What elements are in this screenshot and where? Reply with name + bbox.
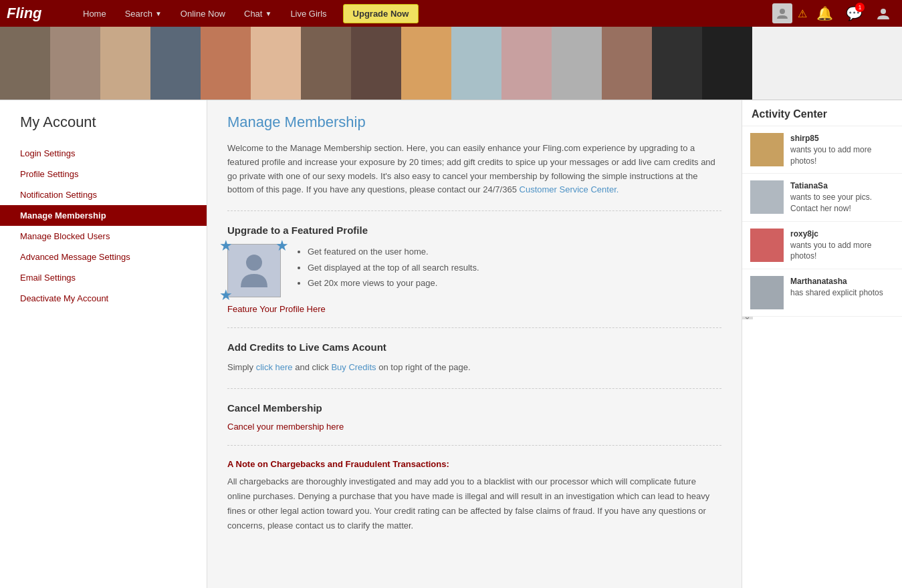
activity-item-1: shirp85 wants you to add more photos! xyxy=(742,126,902,174)
navbar: Fling Home Search▼ Online Now Chat▼ Live… xyxy=(0,0,902,27)
photo-thumb[interactable] xyxy=(602,27,652,100)
feature-text-1: Get featured on the user home. xyxy=(308,247,429,257)
page-title: Manage Membership xyxy=(227,114,721,131)
activity-message-1: wants you to add more photos! xyxy=(790,145,871,166)
star-bottom-icon: ★ xyxy=(219,287,233,304)
sidebar-item-email[interactable]: Email Settings xyxy=(20,267,187,288)
photo-thumb[interactable] xyxy=(251,27,301,100)
activity-username-3[interactable]: roxy8jc xyxy=(790,229,818,239)
photo-thumb[interactable] xyxy=(301,27,351,100)
activity-item-4: Marthanatasha has shared explicit photos xyxy=(742,269,902,317)
activity-avatar-2[interactable] xyxy=(750,180,784,214)
featured-section-title: Upgrade to a Featured Profile xyxy=(227,225,721,236)
sidebar-link-advanced[interactable]: Advanced Message Settings xyxy=(20,252,130,262)
profile-icon[interactable] xyxy=(772,3,792,23)
activity-text-1: shirp85 wants you to add more photos! xyxy=(790,133,894,166)
sidebar-link-deactivate[interactable]: Deactivate My Account xyxy=(20,293,108,303)
upgrade-button[interactable]: Upgrade Now xyxy=(343,4,419,23)
feature-item-3: Get 20x more views to your page. xyxy=(308,275,479,291)
photo-thumb[interactable] xyxy=(150,27,201,100)
photo-thumb[interactable] xyxy=(652,27,702,100)
photo-thumb[interactable] xyxy=(0,27,50,100)
sidebar-title: My Account xyxy=(20,114,187,131)
site-logo[interactable]: Fling xyxy=(7,5,60,22)
photo-thumb[interactable] xyxy=(351,27,401,100)
add-credits-section: Add Credits to Live Cams Acount Simply c… xyxy=(227,327,721,388)
featured-box: ★ ★ ★ Get featured on the user home. Get… xyxy=(227,244,721,297)
messages-button[interactable]: 💬 1 xyxy=(842,1,866,25)
notifications-button[interactable]: 🔔 xyxy=(812,1,836,25)
feature-text-3: Get 20x more views to your page. xyxy=(308,278,437,288)
nav-chat[interactable]: Chat▼ xyxy=(235,0,281,27)
cancel-membership-section: Cancel Membership Cancel your membership… xyxy=(227,388,721,445)
photo-thumb[interactable] xyxy=(100,27,150,100)
activity-message-4: has shared explicit photos xyxy=(790,288,883,297)
chargeback-section: A Note on Chargebacks and Fraudulent Tra… xyxy=(227,445,721,547)
chargeback-text: All chargebacks are thoroughly investiga… xyxy=(227,474,721,533)
feature-list: Get featured on the user home. Get displ… xyxy=(294,244,479,291)
buy-credits-link[interactable]: Buy Credits xyxy=(331,362,376,372)
activity-header: Activity Center xyxy=(742,100,902,126)
activity-text-3: roxy8jc wants you to add more photos! xyxy=(790,229,894,262)
customer-service-link[interactable]: Customer Service Center. xyxy=(520,184,619,194)
star-left-icon: ★ xyxy=(219,237,233,255)
star-right-icon: ★ xyxy=(275,237,289,255)
photo-thumb[interactable] xyxy=(501,27,552,100)
photo-strip xyxy=(0,27,902,100)
warning-icon: ⚠ xyxy=(798,7,807,20)
main-content: Manage Membership Welcome to the Manage … xyxy=(207,100,742,588)
sidebar-link-profile[interactable]: Profile Settings xyxy=(20,169,78,179)
activity-avatar-1[interactable] xyxy=(750,133,784,166)
sidebar-item-blocked[interactable]: Manage Blocked Users xyxy=(20,226,187,247)
search-arrow-icon: ▼ xyxy=(155,10,162,17)
message-badge: 1 xyxy=(855,3,865,12)
nav-search[interactable]: Search▼ xyxy=(116,0,171,27)
sidebar-item-advanced[interactable]: Advanced Message Settings xyxy=(20,247,187,267)
feature-text-2: Get displayed at the top of all search r… xyxy=(308,263,479,273)
intro-text-body: Welcome to the Manage Membership section… xyxy=(227,143,715,194)
feature-profile-link[interactable]: Feature Your Profile Here xyxy=(227,304,326,314)
account-button[interactable] xyxy=(871,1,895,25)
nav-home[interactable]: Home xyxy=(74,0,116,27)
photo-thumb[interactable] xyxy=(401,27,451,100)
activity-text-4: Marthanatasha has shared explicit photos xyxy=(790,276,883,299)
activity-panel: Activity Center shirp85 wants you to add… xyxy=(742,100,902,588)
activity-username-1[interactable]: shirp85 xyxy=(790,134,819,143)
featured-list-wrapper: Get featured on the user home. Get displ… xyxy=(294,244,479,291)
sidebar-link-email[interactable]: Email Settings xyxy=(20,273,76,283)
sidebar-link-login[interactable]: Login Settings xyxy=(20,148,75,158)
sidebar-item-deactivate[interactable]: Deactivate My Account xyxy=(20,288,187,309)
left-sidebar: My Account Login Settings Profile Settin… xyxy=(0,100,207,588)
main-layout: My Account Login Settings Profile Settin… xyxy=(0,100,902,588)
featured-avatar: ★ ★ ★ xyxy=(227,244,281,297)
chat-arrow-icon: ▼ xyxy=(265,10,271,17)
sidebar-link-blocked[interactable]: Manage Blocked Users xyxy=(20,231,110,241)
photo-thumb[interactable] xyxy=(552,27,602,100)
sidebar-item-membership[interactable]: Manage Membership xyxy=(0,205,207,226)
feature-item-2: Get displayed at the top of all search r… xyxy=(308,260,479,275)
sidebar-item-profile[interactable]: Profile Settings xyxy=(20,164,187,184)
activity-text-2: TatianaSa wants to see your pics. Contac… xyxy=(790,180,894,214)
chargeback-title: A Note on Chargebacks and Fraudulent Tra… xyxy=(227,459,721,469)
nav-live-girls[interactable]: Live Girls xyxy=(281,0,336,27)
account-icon xyxy=(876,6,891,21)
nav-online-now[interactable]: Online Now xyxy=(171,0,235,27)
activity-message-3: wants you to add more photos! xyxy=(790,241,871,261)
activity-avatar-4[interactable] xyxy=(750,276,784,309)
click-here-link[interactable]: click here xyxy=(256,362,293,372)
photo-thumb[interactable] xyxy=(702,27,752,100)
photo-thumb[interactable] xyxy=(451,27,501,100)
sidebar-link-notification[interactable]: Notification Settings xyxy=(20,190,97,200)
sidebar-item-login[interactable]: Login Settings xyxy=(20,143,187,164)
photo-thumb[interactable] xyxy=(201,27,251,100)
photo-thumb[interactable] xyxy=(50,27,100,100)
activity-avatar-3[interactable] xyxy=(750,229,784,262)
cancel-link[interactable]: Cancel your membership here xyxy=(227,422,344,432)
svg-point-0 xyxy=(780,9,785,14)
activity-panel-toggle[interactable]: › xyxy=(742,317,753,319)
nav-links: Home Search▼ Online Now Chat▼ Live Girls… xyxy=(74,0,772,27)
add-credits-text: Simply click here and click Buy Credits … xyxy=(227,361,721,375)
sidebar-item-notification[interactable]: Notification Settings xyxy=(20,184,187,205)
activity-username-2[interactable]: TatianaSa xyxy=(790,181,828,190)
activity-username-4[interactable]: Marthanatasha xyxy=(790,277,847,286)
